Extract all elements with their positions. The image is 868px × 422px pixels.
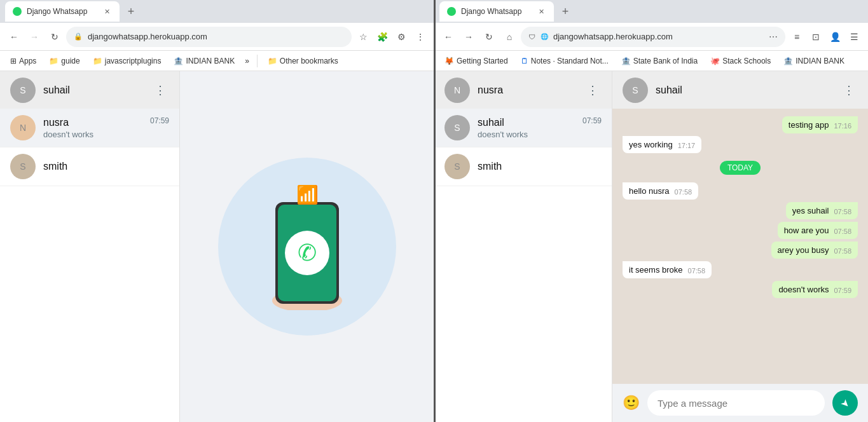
message-today-badge: TODAY xyxy=(720,161,761,175)
right-more-icon[interactable]: ☰ xyxy=(845,28,863,46)
right-chat-messages: testing app 17:16 yes working 17:17 TODA… xyxy=(612,109,868,384)
left-bookmarks-bar: ⊞ Apps 📁 guide 📁 javascriptplugins 🏦 IND… xyxy=(0,51,434,71)
right-chat-header-info: suhail xyxy=(656,85,832,96)
bookmark-jsplugins[interactable]: 📁 javascriptplugins xyxy=(88,55,167,67)
right-message-input[interactable] xyxy=(647,390,825,416)
right-url-text: djangowhatsapp.herokuapp.com xyxy=(553,32,764,41)
right-user-avatar: N xyxy=(444,78,470,103)
left-tab-close-icon[interactable]: ✕ xyxy=(102,6,112,17)
left-contact-nusra[interactable]: N nusra doesn't works 07:59 xyxy=(0,109,179,147)
right-send-button[interactable]: ➤ xyxy=(832,390,858,416)
right-chat-input-area: 🙂 ➤ xyxy=(612,384,868,422)
right-tab-close-icon[interactable]: ✕ xyxy=(536,6,546,17)
left-settings-icon[interactable]: ⚙ xyxy=(392,28,410,46)
right-back-button[interactable]: ← xyxy=(439,28,457,46)
bookmark-apps-label: Apps xyxy=(19,57,36,65)
bookmark-indianbank[interactable]: 🏦 INDIAN BANK xyxy=(169,55,240,67)
left-url-bar[interactable]: 🔒 djangowhatsapp.herokuapp.com xyxy=(66,27,352,47)
message-testing-app-text: testing app xyxy=(789,120,829,130)
left-nusra-preview: doesn't works xyxy=(43,130,142,139)
right-more-options-button[interactable]: ⋮ xyxy=(584,81,602,99)
right-bookmark-sbi[interactable]: 🏦 State Bank of India xyxy=(616,55,703,67)
message-arey-busy-text: arey you busy xyxy=(778,245,829,255)
right-chat-header: S suhail ⋮ xyxy=(612,71,868,109)
right-suhail-preview: doesn't works xyxy=(478,130,575,139)
left-welcome-image: ✆ 📶 xyxy=(218,158,396,336)
right-split-icon[interactable]: ⊡ xyxy=(807,28,825,46)
right-home-button[interactable]: ⌂ xyxy=(500,28,518,46)
left-puzzle-icon[interactable]: 🧩 xyxy=(373,28,391,46)
bookmark-guide[interactable]: 📁 guide xyxy=(44,55,85,67)
left-tab-favicon xyxy=(13,7,22,16)
left-back-button[interactable]: ← xyxy=(5,28,23,46)
left-address-bar: ← → ↻ 🔒 djangowhatsapp.herokuapp.com ☆ 🧩… xyxy=(0,23,434,51)
left-contact-smith[interactable]: S smith xyxy=(0,147,179,186)
right-contact-suhail[interactable]: S suhail doesn't works 07:59 xyxy=(434,109,612,147)
bookmark-more-button[interactable]: » xyxy=(242,55,252,67)
message-it-seems-broke-text: it seems broke xyxy=(629,265,683,275)
left-nusra-info: nusra doesn't works xyxy=(43,117,142,139)
right-forward-button[interactable]: → xyxy=(460,28,478,46)
bookmark-apps[interactable]: ⊞ Apps xyxy=(5,55,41,67)
right-address-bar: ← → ↻ ⌂ 🛡 🌐 djangowhatsapp.herokuapp.com… xyxy=(434,23,868,51)
message-yes-working-time: 17:17 xyxy=(678,142,696,149)
bookmark-more-label: » xyxy=(245,57,249,65)
message-how-are-you-text: how are you xyxy=(784,226,829,235)
right-account-icon[interactable]: 👤 xyxy=(826,28,844,46)
right-reload-button[interactable]: ↻ xyxy=(480,28,498,46)
right-active-tab[interactable]: Django Whatsapp ✕ xyxy=(439,1,554,22)
message-date-divider: TODAY xyxy=(623,161,858,175)
left-tab-label: Django Whatsapp xyxy=(27,7,97,16)
message-yes-suhail-text: yes suhail xyxy=(792,206,829,215)
left-smith-info: smith xyxy=(43,161,169,172)
bookmark-other[interactable]: 📁 Other bookmarks xyxy=(263,55,343,67)
right-bookmarks-bar: 🦊 Getting Started 🗒 Notes · Standard Not… xyxy=(434,51,868,71)
bookmark-other-label: Other bookmarks xyxy=(280,57,338,65)
right-emoji-button[interactable]: 🙂 xyxy=(623,395,640,411)
right-bookmark-getting-started[interactable]: 🦊 Getting Started xyxy=(439,55,513,67)
bookmark-guide-label: guide xyxy=(61,57,79,65)
left-reload-button[interactable]: ↻ xyxy=(46,28,64,46)
left-star-icon[interactable]: ☆ xyxy=(354,28,372,46)
left-smith-avatar: S xyxy=(10,154,36,179)
right-bookmark-indianbank[interactable]: 🏦 INDIAN BANK xyxy=(778,55,850,67)
right-url-bar[interactable]: 🛡 🌐 djangowhatsapp.herokuapp.com ⋯ xyxy=(521,27,785,47)
right-sidebar: N nusra ⋮ S suhail doesn't works 07:59 xyxy=(434,71,612,422)
message-yes-suhail-time: 07:58 xyxy=(834,208,851,215)
left-more-icon[interactable]: ⋮ xyxy=(411,28,429,46)
right-bookmark-getting-started-label: Getting Started xyxy=(457,57,508,65)
right-bookmark-notes[interactable]: 🗒 Notes · Standard Not... xyxy=(516,55,614,67)
right-smith-name: smith xyxy=(478,161,602,172)
left-user-info: S suhail xyxy=(10,78,70,103)
right-suhail-name: suhail xyxy=(478,117,575,128)
left-sidebar-icons: ⋮ xyxy=(151,81,169,99)
right-chat-more-button[interactable]: ⋮ xyxy=(840,81,858,99)
left-url-text: djangowhatsapp.herokuapp.com xyxy=(88,32,344,41)
right-history-icon[interactable]: ≡ xyxy=(788,28,806,46)
right-contact-list: S suhail doesn't works 07:59 S smith xyxy=(434,109,612,422)
left-nusra-avatar: N xyxy=(10,115,36,140)
right-bookmark-sbi-label: State Bank of India xyxy=(633,57,698,65)
right-new-tab-button[interactable]: + xyxy=(556,3,574,20)
left-new-tab-button[interactable]: + xyxy=(122,3,140,20)
message-testing-app-time: 17:16 xyxy=(834,122,851,130)
right-bookmark-stack-schools[interactable]: 🐙 Stack Schools xyxy=(705,55,776,67)
message-doesnt-works-time: 07:59 xyxy=(834,287,851,294)
svg-text:✆: ✆ xyxy=(298,240,317,266)
message-testing-app: testing app 17:16 xyxy=(782,116,858,133)
right-browser: Django Whatsapp ✕ + ← → ↻ ⌂ 🛡 🌐 djangowh… xyxy=(434,0,868,422)
left-sidebar-username: suhail xyxy=(43,85,70,96)
right-toolbar-icons: ≡ ⊡ 👤 ☰ xyxy=(788,28,863,46)
right-sidebar-username: nusra xyxy=(478,85,503,96)
right-tab-label: Django Whatsapp xyxy=(461,7,531,16)
message-hello-nusra-time: 07:58 xyxy=(675,188,692,196)
right-app-area: N nusra ⋮ S suhail doesn't works 07:59 xyxy=(434,71,868,422)
left-user-avatar: S xyxy=(10,78,36,103)
left-active-tab[interactable]: Django Whatsapp ✕ xyxy=(5,1,120,22)
left-more-options-button[interactable]: ⋮ xyxy=(151,81,169,99)
right-url-more-icon[interactable]: ⋯ xyxy=(769,32,778,42)
message-arey-busy-time: 07:58 xyxy=(834,247,851,255)
right-suhail-time: 07:59 xyxy=(582,115,602,125)
left-forward-button[interactable]: → xyxy=(25,28,43,46)
right-contact-smith[interactable]: S smith xyxy=(434,147,612,186)
